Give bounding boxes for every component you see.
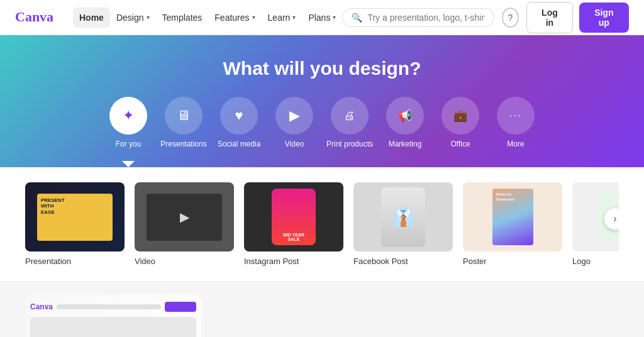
hero-section: What will you design? ✦ For you 🖥 Presen…: [0, 35, 644, 167]
card-poster[interactable]: Pride ArtShowcase Poster: [463, 182, 562, 266]
card-logo-label: Logo: [572, 257, 619, 266]
card-facebook-label: Facebook Post: [353, 257, 453, 266]
category-marketing-label: Marketing: [389, 140, 422, 148]
laptop-preview: Canva Create a design: [25, 294, 201, 337]
search-icon: 🔍: [352, 13, 362, 23]
category-social-media[interactable]: ♥ Social media: [214, 97, 264, 167]
logo[interactable]: Canva: [15, 8, 60, 28]
laptop-screen: Canva Create a design: [25, 294, 201, 337]
card-presentation[interactable]: PRESENTWITHEASE Presentation: [25, 182, 125, 266]
card-poster-label: Poster: [463, 257, 562, 266]
category-marketing[interactable]: 📢 Marketing: [380, 97, 430, 167]
hero-title: What will you design?: [0, 58, 644, 79]
design-chevron-icon: ▾: [147, 14, 150, 21]
category-video[interactable]: ▶ Video: [269, 97, 319, 167]
features-chevron-icon: ▾: [252, 14, 255, 21]
card-video-label: Video: [135, 257, 234, 266]
card-instagram-post[interactable]: MID YEARSALE Instagram Post: [244, 182, 343, 266]
for-you-icon: ✦: [109, 97, 147, 135]
category-video-label: Video: [285, 140, 304, 148]
plans-chevron-icon: ▾: [333, 14, 336, 21]
search-input[interactable]: [367, 13, 484, 23]
card-instagram-label: Instagram Post: [244, 257, 343, 266]
marketing-icon: 📢: [386, 97, 424, 135]
category-office-label: Office: [450, 140, 470, 148]
category-presentations-label: Presentations: [160, 140, 206, 148]
signup-button[interactable]: Sign up: [579, 3, 629, 33]
card-presentation-label: Presentation: [25, 257, 125, 266]
card-video[interactable]: ▶ Video: [135, 182, 234, 266]
social-media-icon: ♥: [220, 97, 258, 135]
category-more[interactable]: ··· More: [491, 97, 541, 167]
navbar: Canva Home Design ▾ Templates Features ▾…: [0, 0, 644, 35]
nav-learn[interactable]: Learn ▾: [262, 8, 303, 28]
login-button[interactable]: Log in: [526, 2, 572, 33]
category-bar: ✦ For you 🖥 Presentations ♥ Social media…: [0, 97, 644, 167]
learn-chevron-icon: ▾: [292, 14, 296, 21]
nav-design[interactable]: Design ▾: [110, 8, 156, 28]
category-presentations[interactable]: 🖥 Presentations: [158, 97, 209, 167]
nav-plans[interactable]: Plans ▾: [302, 8, 342, 28]
help-button[interactable]: ?: [502, 8, 519, 28]
category-office[interactable]: 💼 Office: [435, 97, 486, 167]
video-icon: ▶: [275, 97, 313, 135]
card-poster-thumb: Pride ArtShowcase: [463, 182, 562, 251]
nav-home[interactable]: Home: [73, 8, 110, 28]
category-for-you[interactable]: ✦ For you: [103, 97, 153, 167]
nav-templates[interactable]: Templates: [156, 8, 209, 28]
presentations-icon: 🖥: [165, 97, 203, 135]
card-video-thumb: ▶: [135, 182, 234, 251]
office-icon: 💼: [441, 97, 479, 135]
svg-text:Canva: Canva: [15, 9, 53, 25]
design-cards-container: PRESENTWITHEASE Presentation ▶ Video MID…: [25, 182, 619, 266]
card-instagram-thumb: MID YEARSALE: [244, 182, 343, 251]
bottom-section: Canva Create a design: [0, 282, 644, 337]
card-presentation-thumb: PRESENTWITHEASE: [25, 182, 125, 251]
more-icon: ···: [497, 97, 535, 135]
card-facebook-thumb: 👔: [353, 182, 453, 251]
print-products-icon: 🖨: [331, 97, 369, 135]
search-bar[interactable]: 🔍: [342, 8, 494, 27]
category-print-products[interactable]: 🖨 Print products: [325, 97, 375, 167]
category-social-media-label: Social media: [218, 140, 261, 148]
category-print-products-label: Print products: [326, 140, 373, 148]
nav-features[interactable]: Features ▾: [208, 8, 261, 28]
card-facebook-post[interactable]: 👔 Facebook Post: [353, 182, 453, 266]
category-more-label: More: [507, 140, 524, 148]
category-for-you-label: For you: [116, 140, 142, 148]
content-section: PRESENTWITHEASE Presentation ▶ Video MID…: [0, 167, 644, 281]
